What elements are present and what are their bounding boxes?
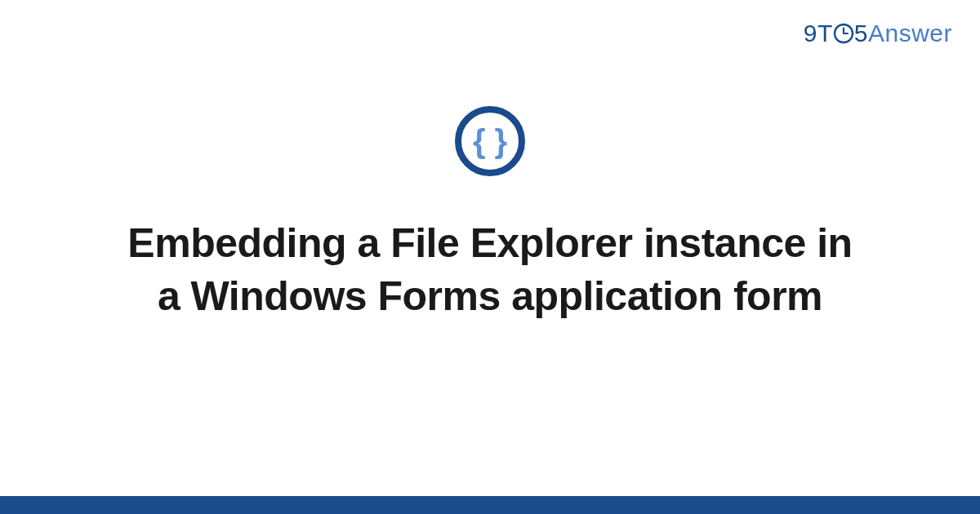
site-brand-logo: 9T5Answer: [804, 20, 952, 47]
brand-text-5: 5: [854, 20, 868, 47]
footer-accent-bar: [0, 496, 980, 514]
brand-text-answer: Answer: [868, 20, 952, 47]
page-title: Embedding a File Explorer instance in a …: [114, 217, 866, 323]
code-braces-icon: { }: [453, 104, 527, 178]
clock-icon: [833, 23, 854, 44]
brand-text-9t: 9T: [804, 20, 833, 47]
main-content: { } Embedding a File Explorer instance i…: [0, 104, 980, 323]
svg-text:{ }: { }: [473, 123, 507, 159]
